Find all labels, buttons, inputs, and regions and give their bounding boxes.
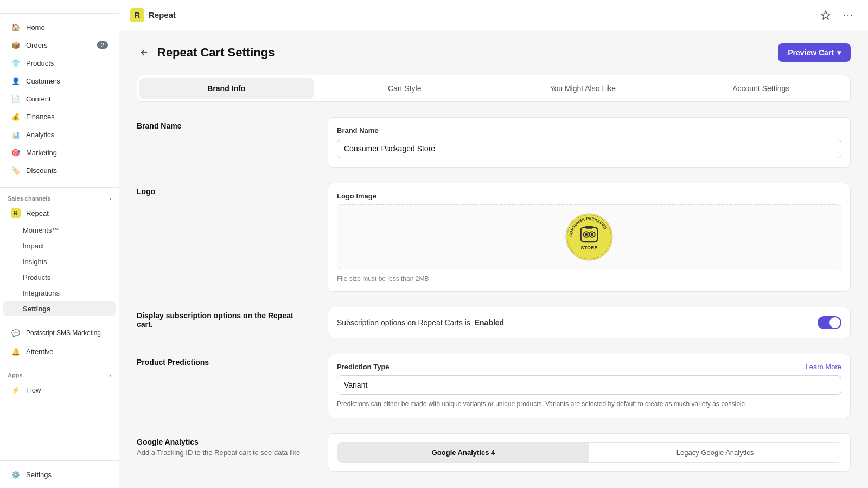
brand-name-field-label: Brand Name (337, 126, 841, 134)
pin-icon-btn[interactable] (817, 7, 834, 24)
logo-image-area[interactable]: CONSUMER PACKAGED STORE (337, 204, 841, 269)
topbar-app-name: Repeat (149, 10, 176, 20)
sidebar-item-settings-bottom[interactable]: ⚙️ Settings (3, 466, 116, 483)
sidebar-item-finances[interactable]: 💰 Finances (3, 108, 116, 125)
sidebar-item-orders[interactable]: 📦 Orders 2 (3, 36, 116, 54)
sidebar-item-label: Marketing (26, 149, 57, 157)
toggle-row: Subscription options on Repeat Carts is … (337, 316, 841, 329)
main: R Repeat ··· Repeat Cart Settings Previe… (119, 0, 868, 488)
sidebar-item-attentive[interactable]: 🔔 Attentive (3, 343, 116, 360)
page-header-left: Repeat Cart Settings (137, 45, 275, 60)
ga-label-col: Google Analytics Add a Tracking ID to th… (137, 433, 310, 457)
sidebar-item-label: Finances (26, 113, 55, 121)
brand-name-section-title: Brand Name (137, 121, 310, 130)
tab-cart-style[interactable]: Cart Style (318, 78, 492, 99)
settings-icon: ⚙️ (11, 470, 21, 479)
brand-logo-svg: CONSUMER PACKAGED STORE (565, 213, 614, 261)
back-arrow-icon (139, 48, 149, 57)
tab-brand-info[interactable]: Brand Info (139, 78, 314, 99)
attentive-icon: 🔔 (11, 346, 21, 356)
svg-text:STORE: STORE (581, 245, 598, 251)
ga-tab-legacy[interactable]: Legacy Google Analytics (589, 443, 841, 462)
brand-name-label-col: Brand Name (137, 117, 310, 130)
sidebar-item-discounts[interactable]: 🏷️ Discounts (3, 162, 116, 179)
orders-icon: 📦 (11, 40, 21, 50)
flow-icon: ⚡ (11, 385, 21, 395)
preview-cart-button[interactable]: Preview Cart ▾ (778, 43, 851, 62)
logo-content: Logo Image CONSUMER PACKAGED (328, 183, 851, 292)
sidebar-item-label: Orders (26, 41, 48, 49)
sidebar-item-analytics[interactable]: 📊 Analytics (3, 126, 116, 143)
sidebar-child-integrations[interactable]: Integrations (3, 286, 116, 300)
svg-point-4 (585, 233, 588, 236)
topbar-logo-icon: R (130, 8, 144, 22)
sidebar-item-products[interactable]: 👕 Products (3, 54, 116, 72)
subscription-section-title: Display subscription options on the Repe… (137, 311, 310, 329)
analytics-icon: 📊 (11, 130, 21, 139)
content-icon: 📄 (11, 94, 21, 104)
sidebar-item-repeat[interactable]: R Repeat (3, 204, 116, 222)
brand-name-input[interactable] (337, 139, 841, 158)
products-icon: 👕 (11, 58, 21, 68)
sidebar-item-label: Analytics (26, 131, 54, 139)
google-analytics-row: Google Analytics Add a Tracking ID to th… (137, 433, 851, 472)
logo-section-title: Logo (137, 187, 310, 196)
repeat-icon: R (11, 208, 21, 218)
prediction-row: Product Predictions Prediction Type Lear… (137, 354, 851, 418)
sidebar-child-impact[interactable]: Impact (3, 239, 116, 253)
marketing-icon: 🎯 (11, 147, 21, 157)
sidebar-item-label: Settings (26, 471, 52, 479)
sidebar-item-flow[interactable]: ⚡ Flow (3, 381, 116, 399)
brand-name-row: Brand Name Brand Name (137, 117, 851, 168)
subscription-content: Subscription options on Repeat Carts is … (328, 307, 851, 338)
sidebar-child-products[interactable]: Products (3, 270, 116, 285)
sidebar-child-insights[interactable]: Insights (3, 254, 116, 269)
page-header: Repeat Cart Settings Preview Cart ▾ (137, 43, 851, 62)
logo-row: Logo Logo Image CONSUMER PACKAGED (137, 183, 851, 292)
subscription-toggle[interactable] (818, 316, 841, 329)
home-icon: 🏠 (11, 22, 21, 32)
ga-content: Google Analytics 4 Legacy Google Analyti… (328, 433, 851, 472)
page-content: Repeat Cart Settings Preview Cart ▾ Bran… (119, 30, 868, 488)
sidebar-item-content[interactable]: 📄 Content (3, 90, 116, 107)
page-title: Repeat Cart Settings (157, 46, 275, 60)
tab-account-settings[interactable]: Account Settings (674, 78, 848, 99)
prediction-type-input[interactable] (337, 375, 841, 395)
sidebar-child-settings[interactable]: Settings (3, 301, 116, 316)
subscription-enabled-label: Enabled (475, 318, 504, 327)
sidebar-item-marketing[interactable]: 🎯 Marketing (3, 144, 116, 161)
pin-icon (821, 10, 831, 20)
tabs-bar: Brand Info Cart Style You Might Also Lik… (137, 75, 851, 102)
ga-section-title: Google Analytics (137, 438, 310, 446)
more-icon-btn[interactable]: ··· (840, 7, 857, 24)
subscription-row: Display subscription options on the Repe… (137, 307, 851, 338)
sidebar-item-customers[interactable]: 👤 Customers (3, 72, 116, 89)
more-icon: ··· (843, 10, 853, 20)
svg-point-6 (591, 233, 593, 236)
tab-you-might-also-like[interactable]: You Might Also Like (496, 78, 670, 99)
sales-channels-expand-icon[interactable]: › (109, 195, 111, 202)
finances-icon: 💰 (11, 112, 21, 121)
sidebar-item-label: Customers (26, 77, 60, 85)
ga-section-desc: Add a Tracking ID to the Repeat cart to … (137, 448, 310, 457)
sidebar-item-label: Attentive (26, 348, 54, 356)
sidebar-item-label: Repeat (26, 209, 49, 217)
sidebar-item-label: Content (26, 95, 51, 103)
sidebar: 🏠 Home 📦 Orders 2 👕 Products 👤 Customers… (0, 0, 119, 488)
prediction-label-col: Product Predictions (137, 354, 310, 367)
back-button[interactable] (137, 45, 152, 60)
apps-expand-icon[interactable]: › (109, 372, 111, 378)
ga-tab-ga4[interactable]: Google Analytics 4 (337, 443, 589, 462)
sidebar-item-home[interactable]: 🏠 Home (3, 18, 116, 36)
topbar-logo: R Repeat (130, 8, 176, 22)
prediction-description: Predictions can either be made with uniq… (337, 399, 841, 409)
sidebar-item-postscript[interactable]: 💬 Postscript SMS Marketing (3, 324, 116, 342)
sidebar-top (0, 0, 119, 14)
sidebar-child-moments[interactable]: Moments™ (3, 223, 116, 237)
prediction-field-label: Prediction Type (337, 363, 390, 371)
sidebar-item-label: Flow (26, 386, 41, 394)
file-size-hint: File size must be less than 2MB (337, 275, 841, 282)
subscription-toggle-text: Subscription options on Repeat Carts is … (337, 318, 504, 327)
orders-badge: 2 (97, 41, 108, 49)
learn-more-link[interactable]: Learn More (806, 363, 841, 371)
